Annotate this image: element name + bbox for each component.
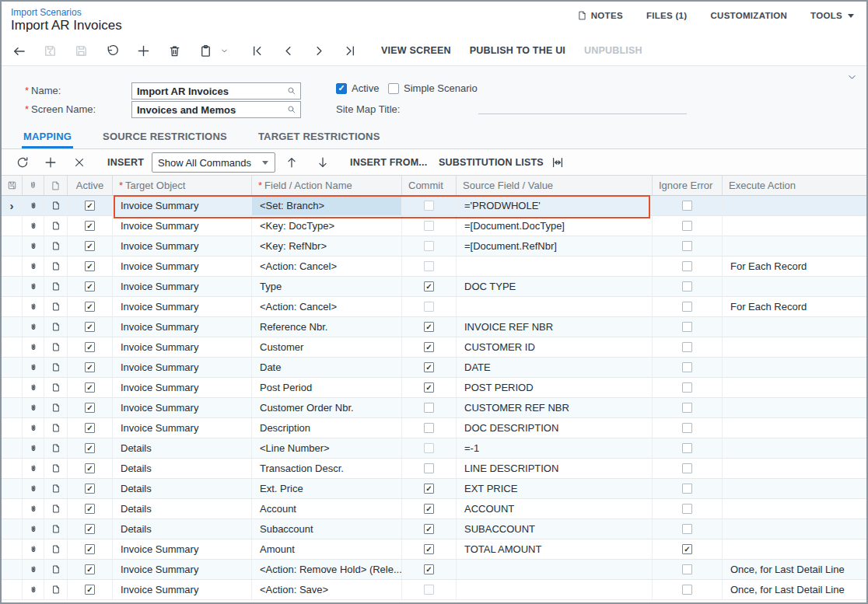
active-checkbox[interactable]: ✓ [85,423,95,433]
row-attachment-cell[interactable] [23,257,44,276]
row-attachment-cell[interactable] [23,499,44,518]
row-selector[interactable] [2,236,23,256]
commit-checkbox[interactable] [424,423,434,433]
move-row-down-button[interactable] [316,149,330,176]
active-checkbox[interactable]: ✓ [85,544,95,554]
active-checkbox[interactable]: ✓ [85,443,95,453]
delete-record-button[interactable] [163,40,185,61]
row-note-cell[interactable] [44,317,68,337]
field-action-name-cell[interactable]: Customer [252,337,402,357]
row-selector[interactable] [2,580,23,599]
table-row[interactable]: ✓ Details Account ✓ ACCOUNT [2,499,866,519]
fit-to-screen-button[interactable] [551,149,565,176]
field-action-name-cell[interactable]: Account [252,499,402,518]
field-action-name-cell[interactable]: Post Period [252,378,402,397]
execute-action-cell[interactable] [723,459,866,478]
table-row[interactable]: ✓ Invoice Summary Customer Order Nbr. CU… [2,398,866,418]
row-note-cell[interactable] [44,479,68,498]
previous-record-button[interactable] [277,40,299,61]
target-object-cell[interactable]: Invoice Summary [113,257,252,276]
execute-action-cell[interactable] [723,519,866,539]
ignore-error-checkbox[interactable] [682,261,692,271]
target-object-cell[interactable]: Details [113,479,252,498]
target-object-cell[interactable]: Details [113,459,252,478]
row-note-cell[interactable] [44,297,68,316]
column-header-commit[interactable]: Commit [402,176,457,195]
simple-scenario-checkbox[interactable] [388,83,399,94]
row-attachment-cell[interactable] [23,358,44,377]
field-action-name-cell[interactable]: <Key: DocType> [252,216,402,236]
active-checkbox[interactable]: ✓ [85,302,95,312]
target-object-cell[interactable]: Invoice Summary [113,317,252,337]
execute-action-cell[interactable]: For Each Record [723,297,866,316]
search-icon[interactable] [286,86,300,96]
row-selector[interactable] [2,499,23,518]
row-attachment-cell[interactable] [23,479,44,498]
execute-action-cell[interactable] [723,398,866,417]
row-selector[interactable] [2,358,23,377]
row-note-cell[interactable] [44,216,68,236]
commit-checkbox[interactable]: ✓ [424,342,434,352]
add-row-button[interactable] [44,149,58,176]
table-row[interactable]: ✓ Invoice Summary <Action: Save> Once, f… [2,580,866,600]
ignore-error-checkbox[interactable] [682,362,692,372]
row-selector[interactable]: › [2,196,23,215]
row-note-cell[interactable] [44,560,68,579]
row-attachment-cell[interactable] [23,216,44,236]
row-selector[interactable] [2,277,23,296]
field-action-name-cell[interactable]: Type [252,277,402,296]
table-row[interactable]: ✓ Details Transaction Descr. LINE DESCRI… [2,459,866,479]
ignore-error-checkbox[interactable] [682,484,692,494]
refresh-button[interactable] [16,149,30,176]
row-selector[interactable] [2,459,23,478]
source-field-value-cell[interactable]: =-1 [457,438,653,458]
field-action-name-cell[interactable]: <Set: Branch> [252,196,402,215]
target-object-cell[interactable]: Invoice Summary [113,196,252,215]
commit-checkbox[interactable]: ✓ [424,484,434,494]
row-selector[interactable] [2,560,23,579]
ignore-error-checkbox[interactable] [682,342,692,352]
source-field-value-cell[interactable]: ='PRODWHOLE' [457,196,653,215]
source-field-value-cell[interactable]: CUSTOMER ID [457,337,653,357]
tab-source-restrictions[interactable]: SOURCE RESTRICTIONS [101,126,229,148]
field-action-name-cell[interactable]: <Action: Save> [252,580,402,599]
view-screen-button[interactable]: VIEW SCREEN [381,45,451,56]
row-attachment-cell[interactable] [23,539,44,559]
row-note-cell[interactable] [44,539,68,559]
target-object-cell[interactable]: Details [113,499,252,518]
table-row[interactable]: ✓ Invoice Summary Description DOC DESCRI… [2,418,866,438]
commit-checkbox[interactable]: ✓ [424,281,434,292]
column-header-field-action-name[interactable]: *Field / Action Name [252,176,402,195]
ignore-error-checkbox[interactable] [682,524,692,534]
source-field-value-cell[interactable]: DATE [457,358,653,377]
row-note-cell[interactable] [44,499,68,518]
customization-button[interactable]: CUSTOMIZATION [710,11,787,20]
row-attachment-cell[interactable] [23,580,44,599]
commit-checkbox[interactable] [424,463,434,473]
active-checkbox[interactable]: ✓ [85,322,95,332]
ignore-error-checkbox[interactable]: ✓ [682,544,692,554]
ignore-error-checkbox[interactable] [682,201,692,211]
ignore-error-checkbox[interactable] [682,322,692,332]
source-field-value-cell[interactable]: POST PERIOD [457,378,653,397]
commit-checkbox[interactable] [424,201,434,211]
row-selector[interactable] [2,317,23,337]
source-field-value-cell[interactable] [457,580,653,599]
row-note-cell[interactable] [44,196,68,215]
active-checkbox[interactable]: ✓ [85,201,95,211]
commit-checkbox[interactable] [424,241,434,251]
row-selector[interactable] [2,216,23,236]
active-checkbox[interactable]: ✓ [85,221,95,231]
next-record-button[interactable] [308,40,330,61]
row-selector[interactable] [2,297,23,316]
field-action-name-cell[interactable]: Ext. Price [252,479,402,498]
commit-checkbox[interactable] [424,443,434,453]
commands-dropdown[interactable]: Show All Commands [152,152,275,173]
commit-checkbox[interactable] [424,585,434,595]
ignore-error-checkbox[interactable] [682,382,692,393]
ignore-error-checkbox[interactable] [682,443,692,453]
row-attachment-cell[interactable] [23,196,44,215]
active-checkbox[interactable]: ✓ [85,564,95,574]
commit-checkbox[interactable] [424,261,434,271]
table-row[interactable]: ✓ Invoice Summary Customer ✓ CUSTOMER ID [2,337,866,358]
